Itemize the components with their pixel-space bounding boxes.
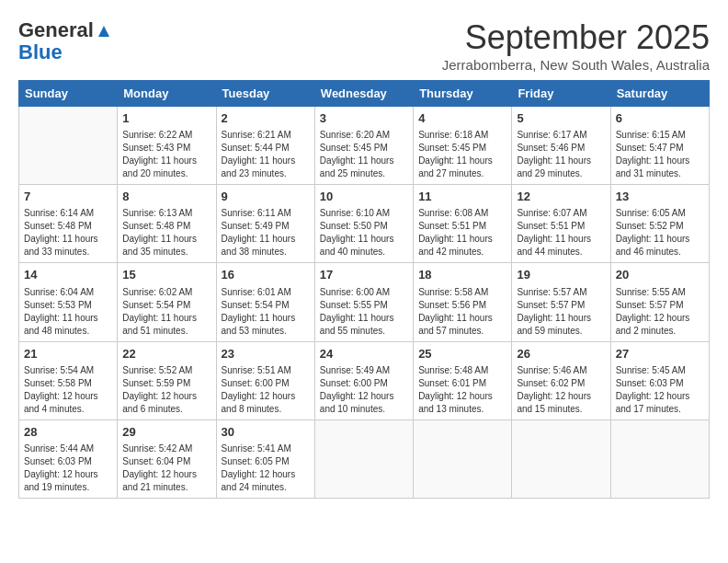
cell-info: Sunrise: 6:14 AMSunset: 5:48 PMDaylight:… <box>24 207 112 259</box>
cell-info: Sunrise: 6:02 AMSunset: 5:54 PMDaylight:… <box>122 286 210 338</box>
cell-info: Sunrise: 6:00 AMSunset: 5:55 PMDaylight:… <box>320 286 408 338</box>
cell-info: Sunrise: 5:52 AMSunset: 5:59 PMDaylight:… <box>122 364 210 416</box>
month-title: September 2025 <box>442 18 710 57</box>
week-row-5: 28Sunrise: 5:44 AMSunset: 6:03 PMDayligh… <box>19 419 710 498</box>
cell-info: Sunrise: 6:13 AMSunset: 5:48 PMDaylight:… <box>122 207 210 259</box>
day-number: 19 <box>517 267 605 283</box>
calendar-cell <box>19 107 118 185</box>
calendar-cell: 29Sunrise: 5:42 AMSunset: 6:04 PMDayligh… <box>118 419 216 498</box>
day-header-monday: Monday <box>118 81 216 107</box>
day-number: 17 <box>320 267 408 283</box>
day-number: 25 <box>418 346 506 362</box>
day-header-wednesday: Wednesday <box>314 81 413 107</box>
calendar-cell <box>414 419 512 498</box>
day-number: 1 <box>122 110 210 127</box>
day-number: 24 <box>320 346 408 362</box>
calendar-cell: 1Sunrise: 6:22 AMSunset: 5:43 PMDaylight… <box>118 107 216 185</box>
cell-info: Sunrise: 5:42 AMSunset: 6:04 PMDaylight:… <box>122 442 210 494</box>
week-row-4: 21Sunrise: 5:54 AMSunset: 5:58 PMDayligh… <box>19 341 710 419</box>
cell-info: Sunrise: 6:08 AMSunset: 5:51 PMDaylight:… <box>418 207 506 259</box>
cell-info: Sunrise: 5:54 AMSunset: 5:58 PMDaylight:… <box>24 364 112 416</box>
calendar-cell: 19Sunrise: 5:57 AMSunset: 5:57 PMDayligh… <box>512 263 610 341</box>
cell-info: Sunrise: 6:10 AMSunset: 5:50 PMDaylight:… <box>320 207 408 259</box>
calendar-cell: 21Sunrise: 5:54 AMSunset: 5:58 PMDayligh… <box>19 341 118 419</box>
cell-info: Sunrise: 5:51 AMSunset: 6:00 PMDaylight:… <box>222 364 310 416</box>
day-number: 6 <box>616 110 704 127</box>
calendar-cell: 5Sunrise: 6:17 AMSunset: 5:46 PMDaylight… <box>512 107 610 185</box>
cell-info: Sunrise: 5:58 AMSunset: 5:56 PMDaylight:… <box>418 286 506 338</box>
calendar-cell: 22Sunrise: 5:52 AMSunset: 5:59 PMDayligh… <box>118 341 216 419</box>
calendar-cell: 2Sunrise: 6:21 AMSunset: 5:44 PMDaylight… <box>216 107 314 185</box>
calendar-cell: 12Sunrise: 6:07 AMSunset: 5:51 PMDayligh… <box>512 185 610 263</box>
cell-info: Sunrise: 6:17 AMSunset: 5:46 PMDaylight:… <box>517 129 605 180</box>
cell-info: Sunrise: 5:44 AMSunset: 6:03 PMDaylight:… <box>24 442 112 494</box>
cell-info: Sunrise: 5:55 AMSunset: 5:57 PMDaylight:… <box>616 286 704 338</box>
calendar-cell: 30Sunrise: 5:41 AMSunset: 6:05 PMDayligh… <box>216 419 314 498</box>
location: Jerrabomberra, New South Wales, Australi… <box>442 57 710 73</box>
cell-info: Sunrise: 6:22 AMSunset: 5:43 PMDaylight:… <box>122 129 210 180</box>
day-number: 3 <box>320 110 408 127</box>
week-row-3: 14Sunrise: 6:04 AMSunset: 5:53 PMDayligh… <box>19 263 710 341</box>
cell-info: Sunrise: 6:15 AMSunset: 5:47 PMDaylight:… <box>616 129 704 180</box>
cell-info: Sunrise: 6:21 AMSunset: 5:44 PMDaylight:… <box>222 129 310 180</box>
day-number: 30 <box>222 424 310 441</box>
calendar-table: SundayMondayTuesdayWednesdayThursdayFrid… <box>18 80 710 499</box>
calendar-cell: 28Sunrise: 5:44 AMSunset: 6:03 PMDayligh… <box>19 419 118 498</box>
day-header-sunday: Sunday <box>19 81 118 107</box>
cell-info: Sunrise: 5:41 AMSunset: 6:05 PMDaylight:… <box>222 442 310 494</box>
day-number: 7 <box>24 189 112 205</box>
calendar-cell <box>512 419 610 498</box>
calendar-cell: 16Sunrise: 6:01 AMSunset: 5:54 PMDayligh… <box>216 263 314 341</box>
calendar-cell: 3Sunrise: 6:20 AMSunset: 5:45 PMDaylight… <box>314 107 413 185</box>
calendar-cell: 7Sunrise: 6:14 AMSunset: 5:48 PMDaylight… <box>19 185 118 263</box>
calendar-cell: 9Sunrise: 6:11 AMSunset: 5:49 PMDaylight… <box>216 185 314 263</box>
cell-info: Sunrise: 5:45 AMSunset: 6:03 PMDaylight:… <box>616 364 704 416</box>
day-number: 9 <box>222 189 310 205</box>
cell-info: Sunrise: 6:05 AMSunset: 5:52 PMDaylight:… <box>616 207 704 259</box>
calendar-cell: 13Sunrise: 6:05 AMSunset: 5:52 PMDayligh… <box>610 185 709 263</box>
calendar-cell: 11Sunrise: 6:08 AMSunset: 5:51 PMDayligh… <box>414 185 512 263</box>
day-number: 15 <box>122 267 210 283</box>
cell-info: Sunrise: 5:48 AMSunset: 6:01 PMDaylight:… <box>418 364 506 416</box>
day-number: 23 <box>222 346 310 362</box>
day-number: 29 <box>122 424 210 441</box>
day-number: 22 <box>122 346 210 362</box>
title-section: September 2025 Jerrabomberra, New South … <box>442 18 710 73</box>
day-number: 4 <box>418 110 506 127</box>
cell-info: Sunrise: 5:49 AMSunset: 6:00 PMDaylight:… <box>320 364 408 416</box>
logo-blue: Blue <box>18 42 63 63</box>
day-number: 18 <box>418 267 506 283</box>
calendar-cell: 18Sunrise: 5:58 AMSunset: 5:56 PMDayligh… <box>414 263 512 341</box>
calendar-cell: 8Sunrise: 6:13 AMSunset: 5:48 PMDaylight… <box>118 185 216 263</box>
day-header-saturday: Saturday <box>610 81 709 107</box>
logo-icon <box>96 23 112 40</box>
calendar-cell: 27Sunrise: 5:45 AMSunset: 6:03 PMDayligh… <box>610 341 709 419</box>
day-number: 2 <box>222 110 310 127</box>
day-number: 27 <box>616 346 704 362</box>
cell-info: Sunrise: 6:11 AMSunset: 5:49 PMDaylight:… <box>222 207 310 259</box>
cell-info: Sunrise: 6:04 AMSunset: 5:53 PMDaylight:… <box>24 286 112 338</box>
day-number: 20 <box>616 267 704 283</box>
calendar-header-row: SundayMondayTuesdayWednesdayThursdayFrid… <box>19 81 710 107</box>
calendar-cell: 23Sunrise: 5:51 AMSunset: 6:00 PMDayligh… <box>216 341 314 419</box>
day-number: 11 <box>418 189 506 205</box>
cell-info: Sunrise: 5:57 AMSunset: 5:57 PMDaylight:… <box>517 286 605 338</box>
calendar-cell: 6Sunrise: 6:15 AMSunset: 5:47 PMDaylight… <box>610 107 709 185</box>
logo: General Blue <box>18 18 112 63</box>
calendar-cell <box>610 419 709 498</box>
calendar-body: 1Sunrise: 6:22 AMSunset: 5:43 PMDaylight… <box>19 107 710 499</box>
calendar-cell: 26Sunrise: 5:46 AMSunset: 6:02 PMDayligh… <box>512 341 610 419</box>
week-row-1: 1Sunrise: 6:22 AMSunset: 5:43 PMDaylight… <box>19 107 710 185</box>
day-number: 8 <box>122 189 210 205</box>
cell-info: Sunrise: 6:20 AMSunset: 5:45 PMDaylight:… <box>320 129 408 180</box>
calendar-cell: 17Sunrise: 6:00 AMSunset: 5:55 PMDayligh… <box>314 263 413 341</box>
day-number: 10 <box>320 189 408 205</box>
day-header-thursday: Thursday <box>414 81 512 107</box>
calendar-cell <box>314 419 413 498</box>
day-number: 21 <box>24 346 112 362</box>
calendar-cell: 20Sunrise: 5:55 AMSunset: 5:57 PMDayligh… <box>610 263 709 341</box>
calendar-cell: 4Sunrise: 6:18 AMSunset: 5:45 PMDaylight… <box>414 107 512 185</box>
day-number: 26 <box>517 346 605 362</box>
day-number: 12 <box>517 189 605 205</box>
day-header-friday: Friday <box>512 81 610 107</box>
